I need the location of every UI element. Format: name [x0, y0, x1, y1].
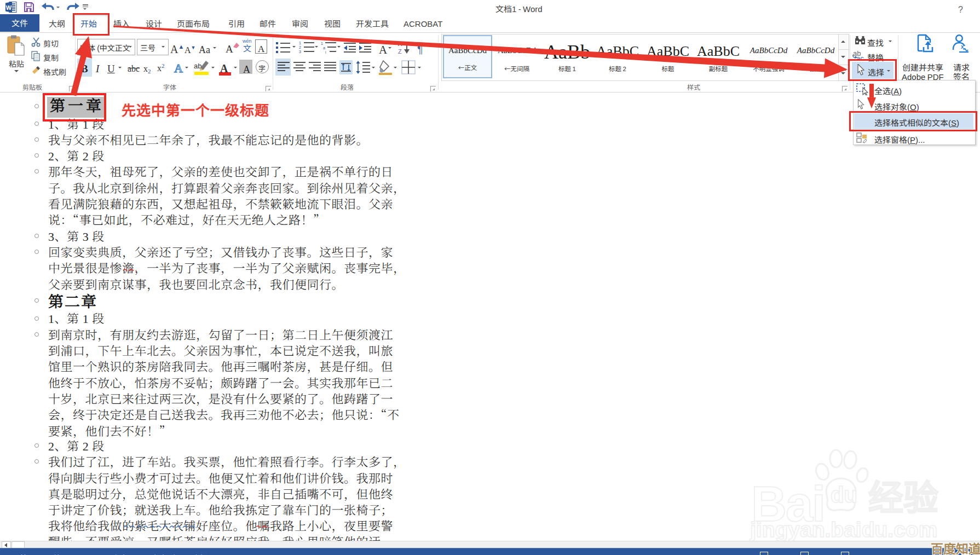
- svg-text:a: a: [323, 46, 325, 50]
- svg-text:A: A: [398, 41, 402, 47]
- svg-text:du: du: [831, 483, 857, 507]
- svg-text:1: 1: [321, 42, 323, 45]
- svg-text:i: i: [325, 50, 326, 54]
- svg-text:1: 1: [299, 41, 301, 45]
- svg-text:Z: Z: [398, 48, 402, 54]
- svg-text:W: W: [6, 4, 12, 11]
- svg-text:2: 2: [299, 45, 301, 49]
- svg-text:3: 3: [299, 50, 301, 54]
